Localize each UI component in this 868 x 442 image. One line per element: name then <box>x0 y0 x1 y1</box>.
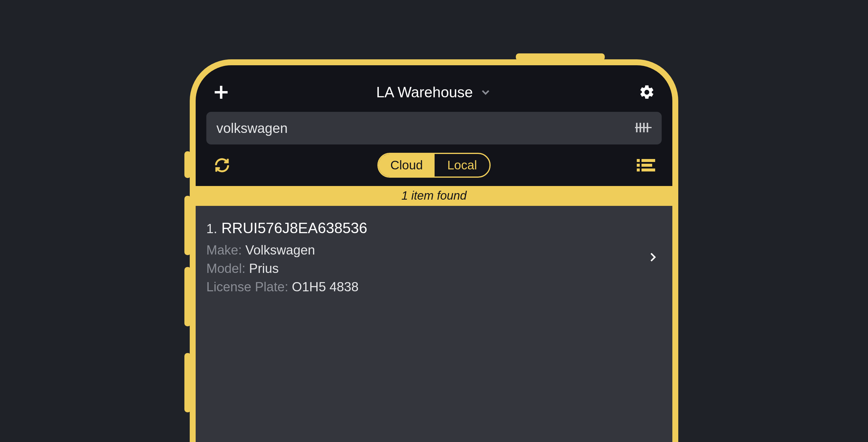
search-input[interactable] <box>216 120 635 136</box>
plate-value: O1H5 4838 <box>292 279 359 294</box>
results-list: 1. RRUI576J8EA638536 Make: Volkswagen Mo… <box>196 206 672 442</box>
warehouse-title: LA Warehouse <box>376 84 473 101</box>
svg-rect-10 <box>642 164 652 167</box>
model-value: Prius <box>249 261 279 276</box>
source-local-tab[interactable]: Local <box>435 154 490 177</box>
phone-screen: LA Warehouse <box>196 65 672 442</box>
app-header: LA Warehouse <box>196 65 672 112</box>
filter-row: Cloud Local <box>196 152 672 186</box>
source-cloud-tab[interactable]: Cloud <box>378 154 435 177</box>
svg-rect-11 <box>637 169 640 172</box>
result-index: 1. <box>206 221 217 236</box>
plus-icon <box>213 84 230 101</box>
svg-rect-12 <box>642 169 655 172</box>
gear-icon <box>639 84 655 100</box>
source-toggle: Cloud Local <box>377 153 491 178</box>
search-row <box>196 112 672 152</box>
refresh-icon <box>213 157 230 174</box>
result-make: Make: Volkswagen <box>206 241 637 259</box>
phone-frame: LA Warehouse <box>190 59 678 442</box>
chevron-right-icon <box>647 250 658 265</box>
settings-button[interactable] <box>636 82 657 103</box>
refresh-button[interactable] <box>212 155 232 176</box>
results-count-strip: 1 item found <box>196 186 672 206</box>
search-field[interactable] <box>206 112 662 144</box>
chevron-down-icon <box>479 86 492 98</box>
make-value: Volkswagen <box>245 243 315 258</box>
svg-rect-8 <box>642 159 655 162</box>
model-label: Model: <box>206 261 245 276</box>
barcode-scan-button[interactable] <box>635 122 652 135</box>
result-id: RRUI576J8EA638536 <box>221 219 367 237</box>
result-title-row: 1. RRUI576J8EA638536 <box>206 219 637 237</box>
svg-rect-7 <box>637 159 640 162</box>
result-plate: License Plate: O1H5 4838 <box>206 278 637 296</box>
add-button[interactable] <box>211 82 232 103</box>
plate-label: License Plate: <box>206 279 288 294</box>
list-icon <box>637 158 655 173</box>
barcode-icon <box>635 122 652 134</box>
list-view-button[interactable] <box>636 155 656 176</box>
result-chevron <box>647 250 658 266</box>
svg-rect-9 <box>637 164 640 167</box>
result-model: Model: Prius <box>206 259 637 278</box>
make-label: Make: <box>206 243 242 258</box>
warehouse-selector[interactable]: LA Warehouse <box>376 84 492 101</box>
result-item[interactable]: 1. RRUI576J8EA638536 Make: Volkswagen Mo… <box>196 216 672 299</box>
